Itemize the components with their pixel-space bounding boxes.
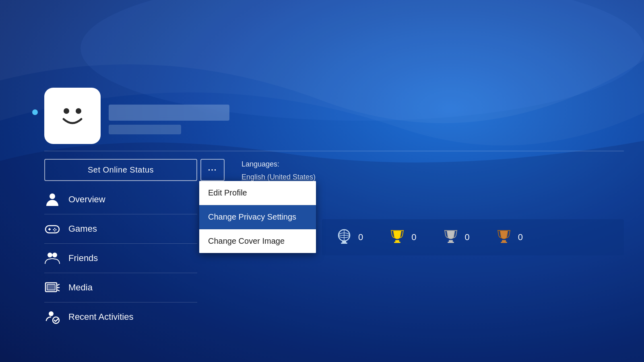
languages-value: English (United States) (242, 173, 316, 181)
svg-rect-26 (341, 243, 347, 244)
main-content: Set Online Status ··· Languages: English… (0, 0, 644, 362)
silver-trophy-item: 0 (441, 227, 470, 247)
svg-rect-31 (502, 240, 506, 242)
svg-rect-29 (449, 240, 453, 242)
overview-label: Overview (68, 194, 105, 205)
svg-point-19 (49, 311, 54, 316)
sidebar-item-media[interactable]: Media (44, 273, 197, 302)
svg-rect-28 (394, 242, 400, 243)
sidebar-nav: Overview Games (44, 185, 197, 331)
avatar-face-icon (52, 96, 93, 136)
platinum-trophy-item: 0 (334, 227, 363, 247)
gamepad-icon (44, 221, 60, 237)
svg-rect-5 (45, 226, 59, 233)
svg-line-17 (58, 290, 59, 291)
svg-point-3 (76, 108, 81, 114)
silver-trophy-count: 0 (465, 232, 470, 243)
recent-activities-label: Recent Activities (68, 312, 133, 322)
gold-trophy-icon (387, 227, 407, 247)
svg-point-9 (56, 229, 57, 230)
friends-label: Friends (68, 253, 98, 263)
person-icon (44, 191, 60, 208)
languages-label: Languages: (242, 160, 279, 169)
edit-profile-item[interactable]: Edit Profile (199, 181, 316, 205)
silver-trophy-icon (441, 227, 461, 247)
sidebar-item-friends[interactable]: Friends (44, 244, 197, 273)
bronze-trophy-icon (494, 227, 514, 247)
username-blur (109, 105, 229, 121)
username-sub-blur (109, 125, 181, 134)
avatar (44, 88, 101, 144)
svg-rect-1 (52, 96, 93, 136)
svg-point-4 (50, 193, 55, 199)
media-icon (44, 280, 60, 296)
change-privacy-settings-item[interactable]: Change Privacy Settings (199, 205, 316, 229)
more-options-button[interactable]: ··· (200, 159, 225, 181)
username-area (109, 105, 229, 134)
svg-point-13 (52, 253, 57, 257)
gold-trophy-item: 0 (387, 227, 416, 247)
svg-rect-18 (47, 284, 55, 290)
svg-line-15 (58, 284, 59, 285)
svg-point-20 (53, 317, 59, 323)
svg-rect-32 (501, 242, 507, 243)
games-label: Games (68, 224, 97, 234)
svg-point-8 (54, 228, 56, 229)
platinum-trophy-count: 0 (358, 232, 363, 243)
bronze-trophy-item: 0 (494, 227, 523, 247)
platinum-trophy-icon (334, 227, 354, 247)
sidebar-item-games[interactable]: Games (44, 214, 197, 244)
context-menu: Edit Profile Change Privacy Settings Cha… (199, 181, 316, 253)
svg-point-10 (53, 229, 54, 230)
trophies-section: 0 0 (322, 219, 624, 255)
svg-rect-25 (342, 241, 346, 243)
gold-trophy-count: 0 (411, 232, 416, 243)
media-label: Media (68, 282, 93, 293)
svg-rect-30 (448, 242, 454, 243)
friends-icon (44, 250, 60, 266)
sidebar-item-overview[interactable]: Overview (44, 185, 197, 214)
svg-point-12 (47, 253, 52, 257)
change-cover-image-item[interactable]: Change Cover Image (199, 229, 316, 253)
svg-rect-27 (395, 240, 399, 242)
svg-point-2 (64, 108, 69, 114)
online-status-indicator (32, 109, 38, 115)
set-online-status-button[interactable]: Set Online Status (44, 159, 197, 181)
svg-point-11 (54, 230, 56, 232)
sidebar-item-recent-activities[interactable]: Recent Activities (44, 302, 197, 331)
activities-icon (44, 309, 60, 325)
profile-separator (44, 151, 624, 151)
bronze-trophy-count: 0 (518, 232, 523, 243)
